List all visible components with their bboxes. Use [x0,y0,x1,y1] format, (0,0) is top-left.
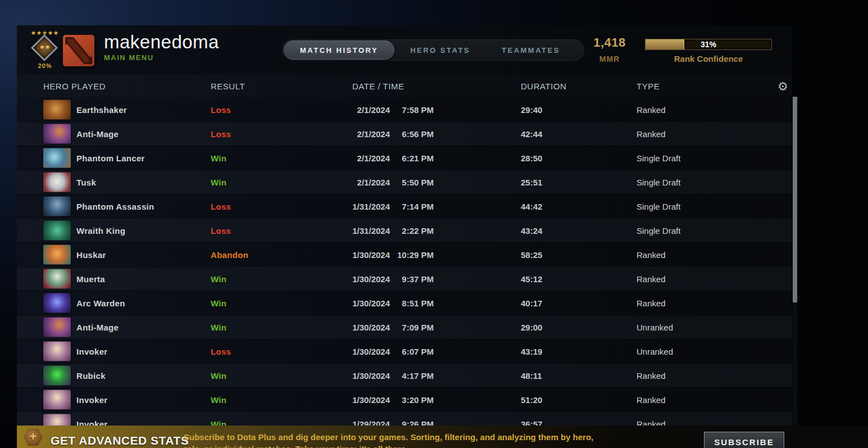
match-time: 5:50 PM [390,178,434,187]
col-date-time[interactable]: DATE / TIME [352,82,404,91]
mmr-block: 1,418 MMR [579,35,640,64]
hero-name: Tusk [76,178,96,187]
medal-percent: 20% [27,62,63,69]
hero-name: Phantom Assassin [76,202,154,211]
rank-confidence-percent: 31% [646,40,771,49]
hero-name: Earthshaker [76,105,127,114]
scrollbar-thumb[interactable] [793,97,797,302]
result-label: Win [211,298,226,308]
match-duration: 25:51 [521,178,542,187]
medal-dot [40,46,44,49]
subscribe-button[interactable]: SUBSCRIBE [704,432,784,448]
dota-plus-banner: GET ADVANCED STATS Subscribe to Dota Plu… [17,426,868,448]
match-type: Ranked [637,371,666,381]
hero-portrait-icon [43,245,71,265]
result-label: Win [211,274,226,284]
match-time: 4:17 PM [390,371,434,381]
match-type: Ranked [637,105,666,114]
result-label: Win [211,395,226,405]
result-label: Loss [211,129,231,139]
table-row[interactable]: Invoker Win 1/30/2024 3:20 PM 51:20 Rank… [17,387,792,411]
medal-diamond [31,34,58,61]
match-time: 3:20 PM [390,395,434,405]
match-date: 2/1/2024 [322,178,390,187]
tab-bar: MATCH HISTORY HERO STATS TEAMMATES [282,39,584,61]
match-duration: 48:11 [521,371,542,381]
hero-portrait-icon [43,99,71,119]
rank-medal-icon: ★★★★★ 20% [27,30,63,70]
table-row[interactable]: Phantom Lancer Win 2/1/2024 6:21 PM 28:5… [17,146,792,170]
result-label: Loss [211,105,231,114]
tab-teammates[interactable]: TEAMMATES [486,40,576,60]
dota2-profile-screen: ★★★★★ 20% [0,0,868,448]
match-type: Single Draft [637,202,680,211]
match-time: 2:22 PM [390,226,434,236]
match-type: Single Draft [637,153,680,163]
match-duration: 29:40 [521,105,542,114]
match-time: 6:21 PM [390,153,434,163]
table-row[interactable]: Arc Warden Win 1/30/2024 8:51 PM 40:17 R… [17,291,792,315]
match-table-body: Earthshaker Loss 2/1/2024 7:58 PM 29:40 … [17,97,792,436]
table-row[interactable]: Tusk Win 2/1/2024 5:50 PM 25:51 Single D… [17,170,792,194]
match-duration: 43:19 [521,347,542,356]
table-row[interactable]: Muerta Win 1/30/2024 9:37 PM 45:12 Ranke… [17,266,792,291]
table-row[interactable]: Huskar Abandon 1/30/2024 10:29 PM 58:25 … [17,242,792,266]
match-type: Ranked [637,298,666,308]
rank-confidence-block: 31% Rank Confidence [645,39,772,64]
hero-portrait-icon [43,148,71,168]
hero-name: Wraith King [76,226,125,236]
col-result[interactable]: RESULT [211,82,245,91]
hero-portrait-icon [43,366,71,386]
match-duration: 45:12 [521,274,542,284]
match-duration: 51:20 [521,395,542,405]
table-row[interactable]: Invoker Loss 1/30/2024 6:07 PM 43:19 Unr… [17,339,792,363]
gear-icon[interactable]: ⚙ [778,80,788,92]
col-hero-played[interactable]: HERO PLAYED [43,82,106,91]
hero-name: Rubick [76,371,106,381]
match-time: 7:14 PM [390,202,434,211]
match-time: 7:09 PM [390,323,434,332]
match-date: 1/31/2024 [322,202,390,211]
hero-portrait-icon [43,318,71,337]
hero-portrait-icon [43,293,71,313]
col-type[interactable]: TYPE [637,82,660,91]
hero-name: Anti-Mage [76,129,119,139]
hero-portrait-icon [43,221,71,241]
hero-portrait-icon [43,197,71,216]
match-date: 1/30/2024 [322,274,390,284]
hero-name: Muerta [76,274,105,284]
match-time: 10:29 PM [390,250,434,260]
scrollbar-track[interactable] [793,97,797,426]
hero-portrait-icon [43,124,71,144]
tab-hero-stats[interactable]: HERO STATS [394,40,486,60]
mmr-label: MMR [579,55,640,64]
match-date: 2/1/2024 [322,105,390,114]
table-row[interactable]: Wraith King Loss 1/31/2024 2:22 PM 43:24… [17,218,792,242]
mmr-value: 1,418 [579,35,640,50]
match-duration: 42:44 [521,129,542,139]
table-row[interactable]: Anti-Mage Win 1/30/2024 7:09 PM 29:00 Un… [17,315,792,339]
match-type: Ranked [637,250,666,260]
col-duration[interactable]: DURATION [521,82,566,91]
table-row[interactable]: Earthshaker Loss 2/1/2024 7:58 PM 29:40 … [17,97,792,121]
banner-title: GET ADVANCED STATS [51,434,189,447]
table-row[interactable]: Rubick Win 1/30/2024 4:17 PM 48:11 Ranke… [17,363,792,387]
match-duration: 40:17 [521,298,542,308]
main-menu-label[interactable]: MAIN MENU [104,53,219,62]
match-type: Single Draft [637,178,680,187]
match-time: 8:51 PM [390,298,434,308]
match-time: 6:07 PM [390,347,434,356]
match-date: 2/1/2024 [322,129,390,139]
hero-name: Phantom Lancer [76,153,145,163]
tab-match-history[interactable]: MATCH HISTORY [284,40,394,60]
rank-confidence-label: Rank Confidence [645,54,772,64]
rank-confidence-bar: 31% [645,39,772,50]
table-row[interactable]: Anti-Mage Loss 2/1/2024 6:56 PM 42:44 Ra… [17,121,792,146]
match-date: 1/30/2024 [322,298,390,308]
result-label: Win [211,323,226,332]
result-label: Abandon [211,250,248,260]
result-label: Loss [211,226,231,236]
result-label: Loss [211,202,231,211]
table-row[interactable]: Phantom Assassin Loss 1/31/2024 7:14 PM … [17,194,792,218]
dota-logo-icon[interactable] [63,35,94,66]
